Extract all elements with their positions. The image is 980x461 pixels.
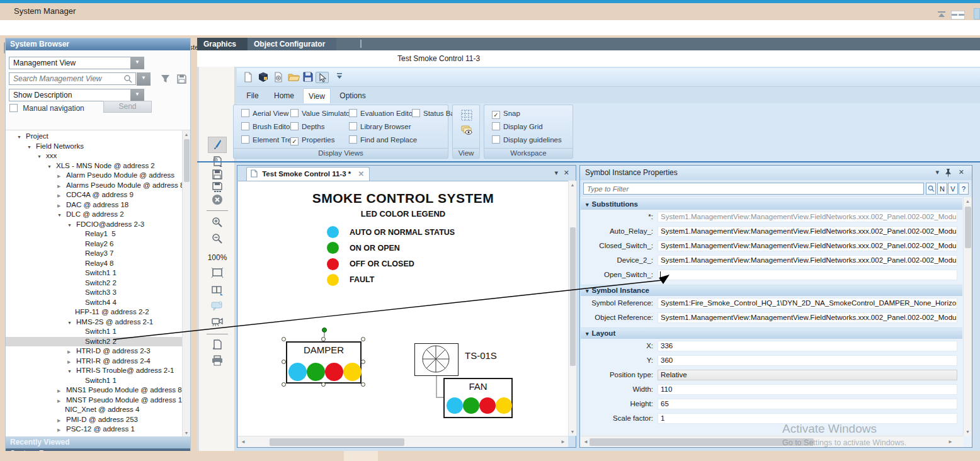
section-collapse-icon[interactable]: ▾ [586, 288, 589, 294]
tree-item-relay3-7[interactable]: Relay3 7 [6, 249, 182, 259]
scroll-down-icon[interactable]: ▼ [964, 430, 972, 434]
scrollbar-thumb[interactable] [590, 438, 814, 446]
tree-item-fdcio-address-2-3[interactable]: ▼FDCIO@address 2-3 [6, 220, 182, 230]
camera-icon[interactable] [211, 316, 224, 329]
toolbar-overflow-icon[interactable] [336, 72, 348, 84]
description-selector[interactable]: Show Description ▼ [9, 89, 144, 101]
property-value-field[interactable]: System1.ManagementView:ManagementView.Fi… [658, 226, 957, 237]
expanded-triangle-icon[interactable]: ▼ [57, 210, 66, 220]
selection-handle[interactable] [282, 337, 286, 341]
checkbox-box[interactable] [290, 122, 299, 130]
section-header-symbol-instance[interactable]: ▾Symbol Instance [581, 285, 962, 296]
collapse-ribbon-icon[interactable] [937, 11, 947, 20]
tree-item-cdc4a-address-9[interactable]: ▶CDC4A @ address 9 [6, 190, 182, 200]
tree-item-hms-2s-address-2-1[interactable]: ▼HMS-2S @ address 2-1 [6, 317, 182, 327]
selection-handle[interactable] [361, 382, 365, 387]
main-tab-object-configurator[interactable]: Object Configurator [248, 38, 336, 50]
damper-symbol[interactable]: DAMPER [286, 341, 362, 384]
filter-name-button[interactable]: N [937, 183, 947, 195]
docbar-close-icon[interactable]: ✕ [564, 169, 569, 177]
search-input[interactable] [9, 72, 136, 85]
collapsed-triangle-icon[interactable]: ▶ [57, 181, 66, 191]
scrollbar-thumb[interactable] [570, 227, 576, 366]
checkbox-snap[interactable]: ✓Snap [492, 109, 520, 119]
expanded-triangle-icon[interactable]: ▼ [67, 318, 76, 328]
property-value-field[interactable]: Relative [658, 370, 957, 380]
checkbox-evaluation-editor[interactable]: Evaluation Editor [349, 109, 415, 119]
cancel-icon[interactable] [211, 194, 224, 207]
page-setup-icon[interactable] [211, 339, 224, 351]
checkbox-box[interactable] [290, 109, 299, 117]
scrollbar-thumb[interactable] [965, 207, 971, 248]
tree-item-dac-address-18[interactable]: ▶DAC @ address 18 [6, 200, 182, 210]
filter-search-icon[interactable] [926, 183, 936, 195]
selection-handle[interactable] [361, 360, 365, 364]
tree-item-field-networks[interactable]: ▼Field Networks [6, 142, 182, 152]
scrollbar-thumb[interactable] [270, 438, 404, 446]
tree-item-htri-d-address-2-3[interactable]: ▶HTRI-D @ address 2-3 [6, 346, 182, 356]
save-file-icon[interactable] [303, 72, 314, 83]
section-collapse-icon[interactable]: ▾ [586, 331, 589, 337]
checkbox-find-and-replace[interactable]: Find and Replace [349, 135, 417, 145]
import-package-icon[interactable] [258, 72, 270, 83]
selection-handle[interactable] [361, 337, 365, 341]
ribbon-tab-home[interactable]: Home [270, 88, 299, 103]
filter-help-button[interactable]: ? [959, 183, 969, 195]
ribbon-tab-view[interactable]: View [303, 88, 331, 103]
save-as-icon[interactable] [211, 181, 224, 194]
scrollbar-thumb[interactable] [184, 139, 190, 182]
expanded-triangle-icon[interactable]: ▼ [47, 162, 56, 172]
print-icon[interactable] [211, 355, 224, 368]
canvas-vertical-scrollbar[interactable]: ▲ ▼ [568, 181, 576, 436]
view-selector-dropdown-icon[interactable]: ▼ [130, 57, 144, 69]
selection-handle[interactable] [321, 337, 326, 341]
scroll-up-icon[interactable]: ▲ [964, 199, 972, 203]
property-value-field[interactable]: 110 [658, 384, 957, 395]
expanded-triangle-icon[interactable]: ▼ [67, 220, 76, 230]
property-value-field[interactable]: 65 [658, 399, 957, 409]
main-tab-graphics[interactable]: Graphics [197, 38, 248, 50]
expanded-triangle-icon[interactable]: ▼ [67, 367, 76, 377]
panel-chevron-down-icon[interactable]: ▾ [935, 168, 939, 176]
tree-item-psc-12-address-1[interactable]: ▶PSC-12 @ address 1 [6, 424, 182, 435]
tree-item-hfp-11-address-2-2[interactable]: HFP-11 @ address 2-2 [6, 307, 182, 317]
tree-item-switch1-1[interactable]: Switch1 1 [6, 268, 182, 278]
docbar-chevron-down-icon[interactable]: ▾ [554, 169, 558, 177]
fan-symbol-box[interactable] [414, 343, 459, 376]
checkbox-box[interactable]: ✓ [290, 137, 299, 145]
tree-item-mns1-pseudo-module-address-8[interactable]: ▶MNS1 Pseudo Module @ address 8 [6, 385, 182, 396]
scroll-down-icon[interactable]: ▼ [183, 431, 190, 435]
tree-item-switch2-2[interactable]: Switch2 2 [6, 278, 182, 288]
panel-close-icon[interactable]: ✕ [959, 168, 964, 176]
collapsed-triangle-icon[interactable]: ▶ [67, 347, 76, 357]
zoom-in-icon[interactable] [211, 217, 224, 229]
tree-item-switch3-3[interactable]: Switch3 3 [6, 288, 182, 298]
tree-scrollbar[interactable]: ▲ ▼ [182, 130, 190, 437]
checkbox-display-guidelines[interactable]: Display guidelines [492, 135, 562, 145]
tree-item-switch2-2[interactable]: Switch2 2 [6, 337, 182, 347]
add-document-icon[interactable] [211, 156, 224, 169]
property-value-field[interactable]: System1.ManagementView:ManagementView.Fi… [658, 212, 957, 222]
checkbox-value-simulator[interactable]: Value Simulator [290, 109, 352, 119]
tab-close-icon[interactable]: ✕ [358, 170, 364, 178]
filter-value-button[interactable]: V [948, 183, 958, 195]
checkbox-box[interactable]: ✓ [492, 111, 500, 119]
tree-item-dlc-address-2[interactable]: ▼DLC @ address 2 [6, 210, 182, 220]
selection-handle[interactable] [282, 360, 286, 364]
property-value-field[interactable]: 1 [658, 413, 957, 424]
selection-handle[interactable] [321, 382, 326, 387]
checkbox-box[interactable] [349, 122, 357, 130]
checkbox-status-bar[interactable]: Status Bar [412, 109, 457, 119]
properties-vertical-scrollbar[interactable]: ▲ ▼ [963, 197, 972, 436]
property-value-field[interactable]: System1.ManagementView:ManagementView.Fi… [658, 312, 957, 323]
scroll-right-icon[interactable]: ► [561, 439, 566, 445]
manual-navigation-checkbox[interactable] [9, 104, 18, 112]
scroll-right-icon[interactable]: ► [948, 439, 953, 445]
comment-icon[interactable] [211, 301, 224, 314]
property-value-field[interactable]: 336 [658, 341, 957, 351]
collapsed-triangle-icon[interactable]: ▶ [57, 171, 66, 181]
expanded-triangle-icon[interactable]: ▼ [27, 142, 36, 152]
selection-handle[interactable] [282, 382, 286, 387]
rotation-handle[interactable] [322, 327, 328, 338]
checkbox-box[interactable] [241, 135, 249, 144]
